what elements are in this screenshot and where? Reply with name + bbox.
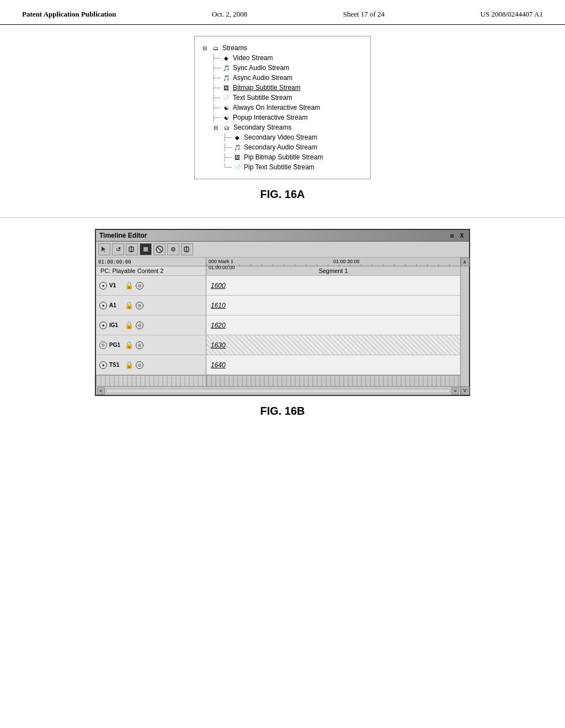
track-number-v1: 1600 xyxy=(211,282,226,290)
track-eye-a1[interactable]: ◎ xyxy=(136,302,143,309)
track-lock-pg1[interactable]: 🔒 xyxy=(125,341,134,349)
stop-btn[interactable] xyxy=(140,243,152,255)
close-icon[interactable]: X xyxy=(458,232,466,239)
sync-audio-label: Sync Audio Stream xyxy=(233,64,289,72)
track-label-header: 01:00:00:00 xyxy=(96,258,206,266)
fig16b-section: Timeline Editor ⊕ X ↺ xyxy=(0,229,565,417)
secondary-expand-icon: ⊟ xyxy=(211,123,220,132)
track-controls-ts1: ● TS1 🔒 ◎ xyxy=(96,355,206,374)
track-controls-ig1: ● IG1 🔒 ◎ xyxy=(96,315,206,335)
timeline-toolbar: ↺ ⚙ xyxy=(96,242,469,258)
tree-bitmap-subtitle: ├─ 🖼 Bitmap Subtitle Stream xyxy=(200,83,359,93)
patent-number: US 2008/0244407 A1 xyxy=(481,10,543,19)
track-content-ts1: 1640 xyxy=(206,355,460,374)
track-eye-ts1[interactable]: ◎ xyxy=(136,361,143,369)
current-time-display: 01:00:00:00 xyxy=(98,259,131,265)
track-eye-v1[interactable]: ◎ xyxy=(136,282,143,290)
video-stream-label: Video Stream xyxy=(233,54,273,62)
track-row-ig1: ● IG1 🔒 ◎ 1620 xyxy=(96,315,460,335)
tree-secondary-video: ├─ ◆ Secondary Video Stream xyxy=(200,132,359,142)
track-row-ts1: ● TS1 🔒 ◎ 1640 xyxy=(96,355,460,375)
secondary-streams-label: Secondary Streams xyxy=(233,124,291,131)
tree-secondary-streams: ⊟ 🗂 Secondary Streams xyxy=(200,122,359,132)
undo-btn[interactable]: ↺ xyxy=(112,243,124,255)
track-lock-a1[interactable]: 🔒 xyxy=(125,301,134,309)
tree-diagram: ⊟ 🗂 Streams ├─ ◆ Video Stream ├─ 🎵 Sync … xyxy=(194,36,371,179)
segment-label: Segment 1 xyxy=(318,267,348,274)
scroll-left-arrow[interactable]: < xyxy=(97,387,105,395)
track-content-pg1: 1630 xyxy=(206,335,460,355)
track-id-ts1: TS1 xyxy=(109,362,122,368)
track-row-pg1: ⊙ PG1 🔒 ◎ 1630 xyxy=(96,335,460,355)
tree-always-on: ├─ ☯ Always On Interactive Stream xyxy=(200,103,359,113)
expand-icon: ⊟ xyxy=(200,44,209,52)
track-radio-pg1[interactable]: ⊙ xyxy=(99,341,107,349)
track-radio-ig1[interactable]: ● xyxy=(99,322,107,329)
pip-bitmap-label: Pip Bitmap Subtitle Stream xyxy=(244,153,323,161)
secondary-video-icon: ◆ xyxy=(233,133,242,142)
secondary-audio-icon: 🎵 xyxy=(233,143,242,152)
always-on-icon: ☯ xyxy=(222,103,231,112)
track-row-a1: ● A1 🔒 ◎ 1610 xyxy=(96,296,460,315)
always-on-label: Always On Interactive Stream xyxy=(233,104,320,111)
scroll-track-h[interactable] xyxy=(106,389,450,393)
video-stream-icon: ◆ xyxy=(222,53,231,62)
track-eye-pg1[interactable]: ◎ xyxy=(136,341,143,349)
sync-audio-icon: 🎵 xyxy=(222,63,231,72)
tree-secondary-audio: ├─ 🎵 Secondary Audio Stream xyxy=(200,142,359,152)
timeline-editor: Timeline Editor ⊕ X ↺ xyxy=(95,229,470,396)
timeline-ruler: 000 Mark 1 01:00:00:00 01:00:30:00 xyxy=(206,258,460,266)
pip-bitmap-icon: 🖼 xyxy=(233,153,242,162)
track-radio-ts1[interactable]: ● xyxy=(99,361,107,369)
vertical-scrollbar[interactable]: ∧ V xyxy=(460,258,469,395)
track-id-a1: A1 xyxy=(109,302,122,308)
tree-pip-bitmap: ├─ 🖼 Pip Bitmap Subtitle Stream xyxy=(200,152,359,162)
timeline-content: 01:00:00:00 000 Mark 1 01:00:00:00 01:00… xyxy=(96,258,460,395)
track-number-a1: 1610 xyxy=(211,302,226,309)
fig16a-caption: FIG. 16A xyxy=(260,188,305,201)
track-controls-pg1: ⊙ PG1 🔒 ◎ xyxy=(96,335,206,355)
popup-label: Popup Interactive Stream xyxy=(233,114,307,121)
track-radio-v1[interactable]: ● xyxy=(99,282,107,290)
playable-content-label: PC: Playable Content 2 xyxy=(96,266,206,275)
streams-label: Streams xyxy=(222,44,247,52)
scroll-down-arrow[interactable]: V xyxy=(461,386,470,395)
fig16b-caption: FIG. 16B xyxy=(260,405,305,417)
track-radio-a1[interactable]: ● xyxy=(99,302,107,309)
pip-text-label: Pip Text Subtitle Stream xyxy=(244,163,315,171)
page-header: Patent Application Publication Oct. 2, 2… xyxy=(0,0,565,25)
bottom-texture-row xyxy=(96,375,460,386)
track-id-ig1: IG1 xyxy=(109,322,122,328)
scroll-right-arrow[interactable]: > xyxy=(451,387,459,395)
tree-video-stream: ├─ ◆ Video Stream xyxy=(200,53,359,63)
track-number-ts1: 1640 xyxy=(211,361,226,369)
scroll-up-arrow[interactable]: ∧ xyxy=(461,258,470,266)
window-controls[interactable]: ⊕ X xyxy=(448,232,466,239)
text-subtitle-icon: 📄 xyxy=(222,93,231,102)
track-controls-a1: ● A1 🔒 ◎ xyxy=(96,296,206,315)
clip2-btn[interactable] xyxy=(181,243,193,255)
text-subtitle-label: Text Subtitle Stream xyxy=(233,94,292,101)
settings-btn[interactable]: ⚙ xyxy=(167,243,179,255)
secondary-streams-icon: 🗂 xyxy=(222,123,231,132)
track-content-a1: 1610 xyxy=(206,296,460,315)
clip-btn[interactable] xyxy=(126,243,138,255)
bitmap-subtitle-label: Bitmap Subtitle Stream xyxy=(233,84,301,92)
streams-icon: 🗂 xyxy=(211,44,220,52)
horizontal-scrollbar[interactable]: < > xyxy=(96,386,460,395)
track-lock-ts1[interactable]: 🔒 xyxy=(125,361,134,369)
track-lock-ig1[interactable]: 🔒 xyxy=(125,321,134,329)
tree-async-audio: ├─ 🎵 Async Audio Stream xyxy=(200,73,359,83)
track-lock-v1[interactable]: 🔒 xyxy=(125,281,134,290)
tree-sync-audio: ├─ 🎵 Sync Audio Stream xyxy=(200,63,359,73)
settings-icon[interactable]: ⊕ xyxy=(448,232,456,239)
cancel-btn[interactable] xyxy=(153,243,166,255)
sheet-info: Sheet 17 of 24 xyxy=(343,10,385,19)
bitmap-subtitle-icon: 🖼 xyxy=(222,83,231,92)
tree-pip-text: └─ 📄 Pip Text Subtitle Stream xyxy=(200,162,359,172)
segment-content: Segment 1 xyxy=(206,266,460,275)
cursor-tool-btn[interactable] xyxy=(98,243,110,255)
popup-icon: ☯ xyxy=(222,113,231,122)
track-eye-ig1[interactable]: ◎ xyxy=(136,322,143,329)
segment-row: PC: Playable Content 2 Segment 1 xyxy=(96,266,460,276)
